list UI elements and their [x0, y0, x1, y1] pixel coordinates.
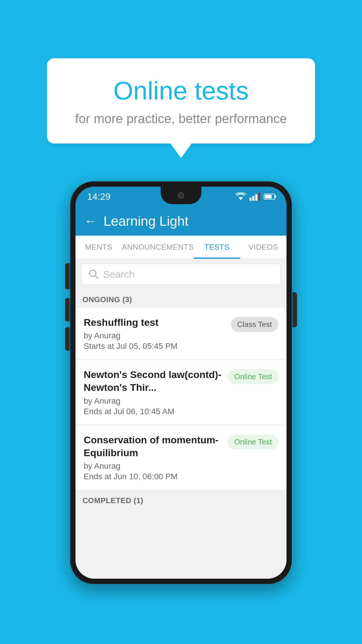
badge-online-test: Online Test [228, 369, 278, 384]
completed-section-header: COMPLETED (1) [75, 490, 287, 509]
tabs-bar: MENTS ANNOUNCEMENTS TESTS VIDEOS [75, 236, 287, 259]
svg-marker-0 [238, 197, 243, 200]
battery-fill [265, 195, 272, 198]
app-title: Learning Light [103, 213, 189, 229]
item-date: Ends at Jun 10, 06:00 PM [84, 472, 222, 481]
vol-up-button [65, 298, 70, 321]
bubble-title: Online tests [70, 76, 292, 106]
badge-online-test-2: Online Test [228, 435, 278, 449]
search-container: Search [75, 259, 287, 289]
speech-bubble: Online tests for more practice, better p… [47, 58, 315, 144]
badge-class-test: Class Test [231, 317, 278, 332]
tab-tests[interactable]: TESTS [194, 236, 240, 259]
tab-announcements[interactable]: ANNOUNCEMENTS [122, 236, 194, 259]
search-placeholder: Search [103, 269, 135, 280]
list-item[interactable]: Conservation of momentum-Equilibrium by … [75, 425, 287, 490]
camera [178, 192, 184, 199]
notch [161, 187, 201, 204]
signal-bars [249, 192, 260, 201]
content-list: ONGOING (3) Reshuffling test by Anurag S… [75, 289, 287, 579]
search-bar[interactable]: Search [81, 264, 281, 285]
power-button [292, 292, 297, 327]
item-by: by Anurag [84, 461, 222, 471]
list-item[interactable]: Reshuffling test by Anurag Starts at Jul… [75, 308, 287, 359]
list-item[interactable]: Newton's Second law(contd)-Newton's Thir… [75, 360, 287, 424]
app-bar: ← Learning Light [75, 206, 287, 236]
item-by: by Anurag [84, 396, 222, 406]
phone-frame: 14:29 [70, 181, 292, 584]
item-date: Starts at Jul 05, 05:45 PM [84, 342, 225, 351]
phone-screen: 14:29 [75, 187, 287, 579]
battery-icon [264, 194, 275, 200]
tab-videos[interactable]: VIDEOS [240, 236, 287, 259]
item-content: Conservation of momentum-Equilibrium by … [84, 433, 222, 481]
item-content: Newton's Second law(contd)-Newton's Thir… [84, 368, 222, 416]
status-time: 14:29 [87, 191, 110, 202]
svg-line-2 [95, 276, 98, 279]
tab-ments[interactable]: MENTS [75, 236, 122, 259]
item-content: Reshuffling test by Anurag Starts at Jul… [84, 316, 225, 351]
vol-down-button [65, 327, 70, 351]
search-icon [89, 269, 99, 279]
status-bar: 14:29 [75, 187, 287, 206]
status-icons [236, 192, 275, 201]
wifi-icon [236, 192, 246, 201]
bubble-subtitle: for more practice, better performance [70, 111, 292, 126]
item-date: Ends at Jul 06, 10:45 AM [84, 407, 222, 416]
item-title: Newton's Second law(contd)-Newton's Thir… [84, 368, 222, 394]
item-by: by Anurag [84, 331, 225, 340]
item-title: Reshuffling test [84, 316, 225, 329]
ongoing-section-header: ONGOING (3) [75, 289, 287, 308]
back-button[interactable]: ← [84, 215, 96, 227]
item-title: Conservation of momentum-Equilibrium [84, 433, 222, 459]
